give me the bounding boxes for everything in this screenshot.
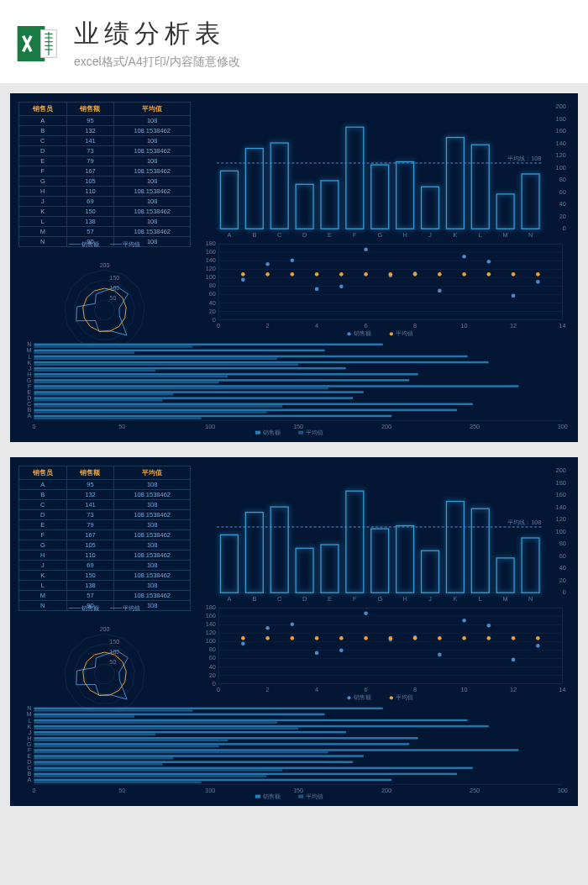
svg-rect-326 <box>298 795 303 798</box>
svg-text:250: 250 <box>470 424 480 430</box>
svg-rect-166 <box>298 431 303 435</box>
table-header: 平均值 <box>114 103 191 116</box>
table-cell: D <box>19 146 67 156</box>
svg-point-103 <box>315 272 319 277</box>
svg-rect-13 <box>270 143 288 229</box>
svg-rect-296 <box>34 745 218 747</box>
svg-rect-314 <box>34 781 201 782</box>
table-cell: F <box>19 530 67 540</box>
svg-marker-52 <box>76 287 129 335</box>
svg-point-248 <box>265 626 270 630</box>
table-cell: 105 <box>66 176 114 187</box>
svg-rect-11 <box>245 149 263 229</box>
svg-text:20: 20 <box>559 577 566 584</box>
svg-text:180: 180 <box>556 479 566 487</box>
svg-text:J: J <box>428 231 432 239</box>
table-cell: 141 <box>66 500 114 510</box>
svg-rect-280 <box>34 714 324 715</box>
svg-point-256 <box>462 619 466 623</box>
table-row: G105108 <box>19 176 191 187</box>
svg-text:200: 200 <box>100 626 110 632</box>
svg-point-268 <box>438 636 442 640</box>
svg-text:平均线：108: 平均线：108 <box>507 519 541 526</box>
svg-text:0: 0 <box>563 588 566 596</box>
svg-text:E: E <box>328 231 332 239</box>
svg-text:F: F <box>353 595 357 603</box>
table-cell: E <box>19 156 67 166</box>
svg-text:0: 0 <box>32 424 35 430</box>
svg-text:0: 0 <box>563 224 566 232</box>
svg-rect-144 <box>34 397 353 398</box>
scatter-chart: 02040608010012014016018002468101214 销售额 … <box>199 604 570 702</box>
svg-rect-58 <box>218 244 562 319</box>
svg-rect-305 <box>34 763 162 765</box>
table-row: M57108.1538462 <box>19 227 191 237</box>
svg-text:H: H <box>402 231 407 239</box>
svg-point-110 <box>487 272 491 277</box>
svg-rect-142 <box>34 393 173 395</box>
horizontal-bar-chart: NMLKJHGFEDCBA050100150200250300 销售额 平均值 <box>18 341 570 436</box>
svg-text:80: 80 <box>559 176 566 183</box>
svg-rect-133 <box>34 376 228 377</box>
svg-point-262 <box>291 636 295 640</box>
table-header: 销售员 <box>19 103 67 116</box>
svg-point-264 <box>339 636 344 640</box>
svg-point-112 <box>536 272 540 277</box>
table-cell: 108.1538462 <box>114 490 191 500</box>
svg-text:200: 200 <box>381 788 391 794</box>
svg-rect-153 <box>34 415 391 417</box>
svg-text:140: 140 <box>556 503 566 511</box>
svg-text:100: 100 <box>556 164 566 171</box>
svg-rect-175 <box>296 548 313 593</box>
table-cell: 138 <box>66 581 114 591</box>
svg-point-271 <box>512 636 516 640</box>
svg-point-259 <box>536 644 540 648</box>
table-cell: 69 <box>66 197 114 207</box>
svg-rect-298 <box>34 749 518 751</box>
svg-rect-123 <box>34 356 467 357</box>
svg-point-91 <box>339 285 344 289</box>
svg-rect-25 <box>422 187 439 229</box>
table-row: D73108.1538462 <box>19 510 191 520</box>
svg-marker-213 <box>83 652 126 695</box>
svg-text:100: 100 <box>205 424 215 430</box>
table-cell: 108 <box>114 540 191 550</box>
svg-point-109 <box>462 272 466 277</box>
svg-rect-284 <box>34 721 277 723</box>
svg-text:0: 0 <box>217 686 220 693</box>
excel-icon <box>13 20 60 67</box>
svg-rect-193 <box>522 538 539 593</box>
svg-rect-27 <box>446 138 464 229</box>
svg-text:B: B <box>252 231 256 239</box>
table-cell: 132 <box>66 490 114 500</box>
table-row: D73108.1538462 <box>19 146 191 156</box>
table-header: 销售额 <box>66 466 114 480</box>
svg-text:销售额: 销售额 <box>262 429 281 436</box>
svg-text:G: G <box>377 231 382 239</box>
bar-chart: ABCDEFGHJKLMN020406080100120140160180200… <box>199 466 570 607</box>
table-cell: J <box>19 197 67 207</box>
svg-point-249 <box>291 622 295 626</box>
svg-text:K: K <box>453 231 457 239</box>
table-cell: 108.1538462 <box>114 227 191 237</box>
svg-text:平均值: 平均值 <box>306 429 323 436</box>
svg-text:8: 8 <box>413 686 417 693</box>
svg-rect-151 <box>34 411 266 413</box>
table-cell: 108 <box>114 156 191 166</box>
svg-rect-304 <box>34 761 353 762</box>
table-row: C141108 <box>19 136 191 146</box>
svg-text:C: C <box>277 231 282 239</box>
table-cell: K <box>19 207 67 217</box>
svg-text:200: 200 <box>556 466 566 474</box>
svg-text:2: 2 <box>266 322 270 329</box>
table-row: F167108.1538462 <box>19 530 191 540</box>
table-cell: D <box>19 510 67 520</box>
svg-text:平均值: 平均值 <box>396 329 413 337</box>
table-cell: G <box>19 540 67 550</box>
svg-point-265 <box>364 636 368 640</box>
table-cell: 108 <box>114 217 191 227</box>
svg-point-95 <box>438 289 442 293</box>
scatter-chart: 02040608010012014016018002468101214 销售额 … <box>199 240 570 338</box>
svg-point-257 <box>487 624 491 628</box>
svg-text:销售额: 销售额 <box>262 793 281 800</box>
